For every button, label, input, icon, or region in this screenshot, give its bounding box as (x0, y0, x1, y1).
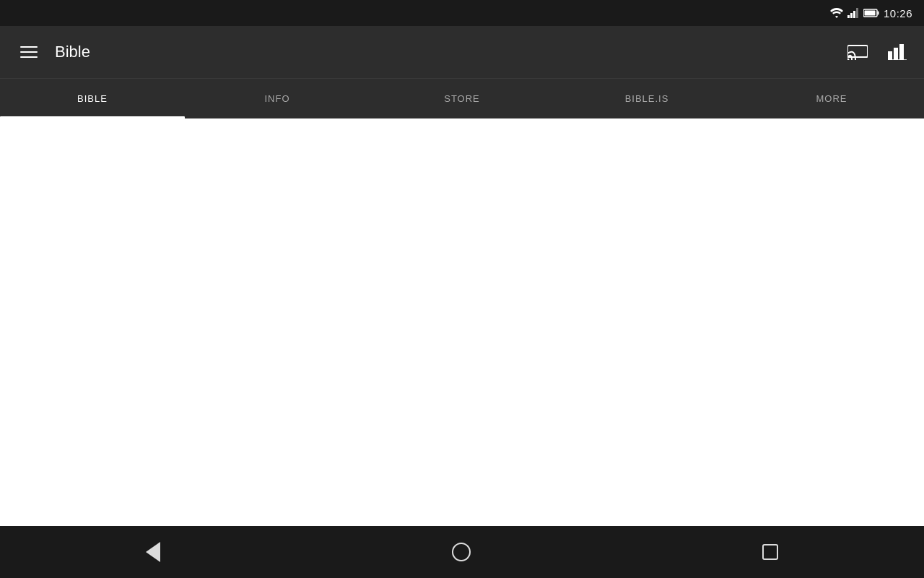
svg-rect-5 (877, 12, 879, 15)
svg-rect-1 (850, 13, 853, 18)
hamburger-line-3 (20, 56, 38, 58)
recents-button[interactable] (733, 535, 807, 569)
hamburger-line-1 (20, 46, 38, 48)
app-title: Bible (55, 43, 845, 61)
cast-button[interactable] (845, 41, 871, 63)
tab-more-label: MORE (816, 93, 847, 104)
status-bar: 10:26 (0, 0, 924, 26)
cast-icon (847, 44, 868, 60)
hamburger-line-2 (20, 51, 38, 53)
svg-rect-9 (888, 51, 892, 60)
back-button[interactable] (117, 533, 189, 571)
tab-bible-is-label: BIBLE.IS (625, 93, 669, 104)
toolbar-actions (845, 41, 910, 63)
tab-bible[interactable]: BIBLE (0, 79, 185, 118)
svg-rect-3 (856, 8, 858, 18)
menu-button[interactable] (14, 40, 43, 64)
status-icons: 10:26 (830, 7, 912, 20)
battery-icon (863, 9, 879, 17)
toolbar: Bible (0, 26, 924, 78)
tab-more[interactable]: MORE (739, 79, 924, 118)
tab-store-label: STORE (444, 93, 480, 104)
tab-bible-is[interactable]: BIBLE.IS (554, 79, 739, 118)
svg-rect-0 (847, 15, 850, 18)
home-button[interactable] (423, 534, 500, 570)
svg-rect-6 (864, 11, 875, 16)
svg-point-8 (847, 59, 850, 61)
tab-bible-label: BIBLE (77, 93, 108, 104)
stats-button[interactable] (885, 41, 910, 63)
status-time: 10:26 (884, 7, 912, 20)
tab-info[interactable]: INFO (185, 79, 370, 118)
nav-bar (0, 526, 924, 578)
home-icon (452, 543, 471, 561)
tab-info-label: INFO (264, 93, 289, 104)
svg-rect-2 (853, 11, 855, 18)
wifi-icon (830, 8, 843, 18)
svg-rect-10 (894, 48, 898, 60)
back-icon (146, 542, 160, 562)
main-content (0, 118, 924, 526)
recents-icon (762, 544, 778, 560)
tab-bar: BIBLE INFO STORE BIBLE.IS MORE (0, 78, 924, 118)
svg-rect-11 (899, 44, 904, 60)
tab-store[interactable]: STORE (370, 79, 554, 118)
signal-icon (847, 8, 859, 18)
bar-chart-icon (888, 44, 907, 60)
